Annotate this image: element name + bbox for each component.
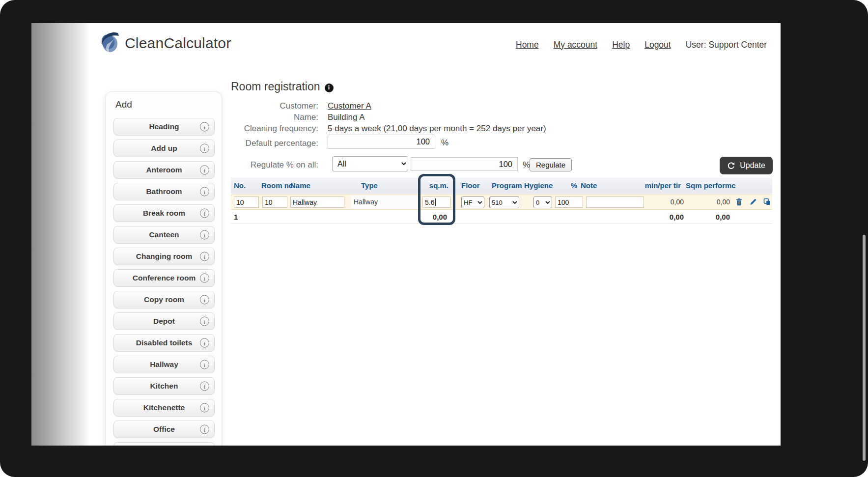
add-room-button-conference-room[interactable]: Conference room i xyxy=(113,269,215,287)
page-title: Room registration xyxy=(231,80,320,93)
update-button[interactable]: Update xyxy=(720,157,773,174)
add-room-button-office[interactable]: Office i xyxy=(113,421,215,438)
info-icon[interactable]: i xyxy=(200,360,209,369)
col-header-note: Note xyxy=(581,181,597,190)
col-header-hygiene: Hygiene xyxy=(524,181,553,190)
col-header-name: Name xyxy=(290,181,310,190)
cleaning-frequency-value: 5 days a week (21,00 days per month = 25… xyxy=(328,124,546,134)
row-type-value: Hallway xyxy=(354,198,378,206)
default-percentage-label: Default percentage: xyxy=(215,139,318,148)
refresh-icon xyxy=(727,162,735,170)
add-room-button-canteen[interactable]: Canteen i xyxy=(113,226,215,244)
add-panel-title: Add xyxy=(115,99,132,110)
customer-link[interactable]: Customer A xyxy=(328,101,371,111)
cleaning-frequency-label: Cleaning frequency: xyxy=(215,124,318,134)
info-icon[interactable]: i xyxy=(200,122,209,132)
info-icon[interactable]: i xyxy=(200,166,209,175)
info-icon[interactable]: i xyxy=(200,274,209,283)
row-program-select[interactable]: 510 xyxy=(489,196,519,208)
row-name-input[interactable] xyxy=(290,196,344,208)
add-room-button-kitchenette[interactable]: Kitchenette i xyxy=(113,399,215,417)
col-header-no: No. xyxy=(234,181,246,190)
percent-sign: % xyxy=(523,160,530,170)
add-room-button-heading[interactable]: Heading i xyxy=(113,118,215,136)
total-sqm-performance: 0,00 xyxy=(696,213,730,221)
add-room-button-list: Heading i Add up i Anteroom i Bathroom i… xyxy=(113,118,215,446)
add-room-button-changing-room[interactable]: Changing room i xyxy=(113,248,215,265)
info-icon[interactable]: i xyxy=(200,295,209,305)
add-room-button-disabled-toilets[interactable]: Disabled toilets i xyxy=(113,334,215,352)
add-room-button-depot[interactable]: Depot i xyxy=(113,312,215,330)
total-sqm: 0,00 xyxy=(413,213,447,221)
regulate-button[interactable]: Regulate xyxy=(530,158,572,171)
percent-sign: % xyxy=(441,138,448,148)
nav-help-link[interactable]: Help xyxy=(612,40,630,50)
col-header-sqm: sq.m. xyxy=(418,181,448,190)
table-totals-row xyxy=(231,210,772,224)
info-icon[interactable]: i xyxy=(200,317,209,326)
total-min-per-time: 0,00 xyxy=(649,213,684,221)
col-header-type: Type xyxy=(361,181,378,190)
edit-row-icon[interactable] xyxy=(750,198,757,207)
info-icon[interactable]: i xyxy=(200,403,209,413)
regulate-label: Regulate % on all: xyxy=(215,160,318,170)
regulate-scope-select[interactable]: All xyxy=(332,156,408,171)
row-no-input[interactable] xyxy=(234,196,259,208)
row-sqm-input[interactable] xyxy=(422,196,450,208)
row-room-no-input[interactable] xyxy=(262,196,287,208)
row-sqm-performance-value: 0,00 xyxy=(696,198,730,206)
add-room-button-copy-room[interactable]: Copy room i xyxy=(113,291,215,309)
top-nav: Home My account Help Logout User: Suppor… xyxy=(516,40,767,50)
row-min-per-time-value: 0,00 xyxy=(649,198,684,206)
col-header-min-per-time: min/per tir xyxy=(632,181,681,190)
building-name-label: Name: xyxy=(215,112,318,122)
row-note-input[interactable] xyxy=(586,196,644,208)
add-room-panel: Add Heading i Add up i Anteroom i Bathro… xyxy=(105,91,222,446)
building-name-value: Building A xyxy=(328,112,365,122)
browser-frame: CleanCalculator Home My account Help Log… xyxy=(0,0,868,477)
row-floor-select[interactable]: HF xyxy=(461,196,484,208)
brand-logo-icon xyxy=(100,31,122,54)
add-room-button-break-room[interactable]: Break room i xyxy=(113,204,215,222)
regulate-percentage-input[interactable] xyxy=(411,157,518,171)
col-header-room-no: Room nc xyxy=(261,181,293,190)
info-icon[interactable]: i xyxy=(325,84,334,92)
add-room-button-anteroom[interactable]: Anteroom i xyxy=(113,161,215,179)
nav-logout-link[interactable]: Logout xyxy=(644,40,671,50)
add-room-button-hallway[interactable]: Hallway i xyxy=(113,356,215,373)
add-room-button-kitchen[interactable]: Kitchen i xyxy=(113,377,215,395)
nav-my-account-link[interactable]: My account xyxy=(554,40,597,50)
delete-row-icon[interactable] xyxy=(735,198,743,208)
add-room-button-add-up[interactable]: Add up i xyxy=(113,140,215,157)
copy-row-icon[interactable] xyxy=(763,198,771,207)
add-room-button-bathroom[interactable]: Bathroom i xyxy=(113,183,215,200)
info-icon[interactable]: i xyxy=(200,382,209,391)
info-icon[interactable]: i xyxy=(200,338,209,348)
info-icon[interactable]: i xyxy=(200,230,209,240)
col-header-percent: % xyxy=(562,181,577,190)
row-percent-input[interactable] xyxy=(555,196,583,208)
col-header-program: Program xyxy=(492,181,522,190)
info-icon[interactable]: i xyxy=(200,425,209,434)
customer-label: Customer: xyxy=(215,101,318,111)
logged-in-user-label: User: Support Center xyxy=(686,40,767,50)
info-icon[interactable]: i xyxy=(200,209,209,218)
nav-home-link[interactable]: Home xyxy=(516,40,539,50)
text-cursor xyxy=(435,198,436,206)
total-row-count: 1 xyxy=(234,213,238,221)
left-gradient-shade xyxy=(31,23,89,446)
page: CleanCalculator Home My account Help Log… xyxy=(31,23,781,446)
info-icon[interactable]: i xyxy=(200,252,209,261)
info-icon[interactable]: i xyxy=(200,187,209,196)
row-hygiene-select[interactable]: 0 xyxy=(533,196,552,208)
add-room-button-open-plan-office[interactable]: Open-plan office i xyxy=(113,442,215,446)
col-header-floor: Floor xyxy=(461,181,480,190)
col-header-sqm-performance: Sqm performc xyxy=(686,181,736,190)
brand-logo-text: CleanCalculator xyxy=(125,35,231,52)
default-percentage-input[interactable] xyxy=(328,135,435,149)
info-icon[interactable]: i xyxy=(200,144,209,153)
window-edge-highlight xyxy=(863,235,866,461)
